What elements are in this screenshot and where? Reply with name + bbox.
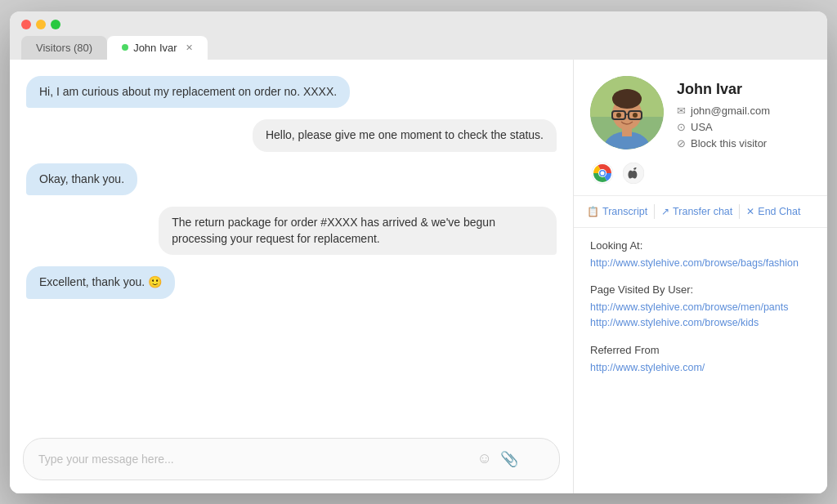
svg-point-11 xyxy=(633,113,638,118)
apple-icon[interactable] xyxy=(621,161,646,185)
looking-at-section: Looking At: http://www.stylehive.com/bro… xyxy=(590,239,811,271)
chat-panel: Hi, I am curious about my replacement on… xyxy=(10,60,574,493)
visitor-email-row: ✉ john@gmail.com xyxy=(677,105,811,117)
svg-point-15 xyxy=(601,171,605,175)
tab-close-icon[interactable]: ✕ xyxy=(186,42,193,53)
message-2: Hello, please give me one moment to chec… xyxy=(253,119,557,152)
browser-icons xyxy=(574,149,827,185)
tab-john-ivar-label: John Ivar xyxy=(133,42,177,54)
looking-at-url[interactable]: http://www.stylehive.com/browse/bags/fas… xyxy=(590,256,811,271)
svg-point-10 xyxy=(616,113,621,118)
close-button[interactable] xyxy=(21,20,31,29)
main-content: Hi, I am curious about my replacement on… xyxy=(10,60,827,493)
end-chat-button[interactable]: ✕ End Chat xyxy=(740,204,807,219)
titlebar: Visitors (80) John Ivar ✕ xyxy=(10,11,827,60)
message-4: The return package for order #XXXX has a… xyxy=(159,207,557,255)
transfer-chat-button[interactable]: ↗ Transfer chat xyxy=(655,204,740,219)
page-visited-url-1[interactable]: http://www.stylehive.com/browse/men/pant… xyxy=(590,300,811,315)
page-visited-label: Page Visited By User: xyxy=(590,283,811,296)
looking-at-label: Looking At: xyxy=(590,239,811,252)
avatar xyxy=(590,76,664,149)
chat-input-placeholder[interactable]: Type your message here... xyxy=(38,453,477,466)
visitor-email: john@gmail.com xyxy=(691,105,770,117)
page-visited-section: Page Visited By User: http://www.stylehi… xyxy=(590,283,811,331)
attach-icon[interactable] xyxy=(500,450,518,468)
emoji-icon[interactable] xyxy=(477,450,492,467)
email-icon: ✉ xyxy=(677,105,686,117)
visitor-location: USA xyxy=(691,121,713,133)
visitor-info: John Ivar ✉ john@gmail.com ⊙ USA ⊘ Block… xyxy=(677,76,811,149)
end-chat-icon: ✕ xyxy=(746,206,754,217)
block-visitor-label[interactable]: Block this visitor xyxy=(691,137,767,149)
chat-messages: Hi, I am curious about my replacement on… xyxy=(10,60,573,430)
tab-bar: Visitors (80) John Ivar ✕ xyxy=(21,36,816,60)
referred-from-section: Referred From http://www.stylehive.com/ xyxy=(590,344,811,376)
maximize-button[interactable] xyxy=(51,20,60,29)
chat-input-area: Type your message here... xyxy=(10,430,573,493)
message-5: Excellent, thank you. 🙂 xyxy=(26,266,175,299)
visitor-location-row: ⊙ USA xyxy=(677,121,811,133)
tab-visitors[interactable]: Visitors (80) xyxy=(21,36,107,60)
svg-point-6 xyxy=(612,89,642,109)
minimize-button[interactable] xyxy=(36,20,46,29)
tab-john-ivar[interactable]: John Ivar ✕ xyxy=(107,36,207,60)
chrome-icon[interactable] xyxy=(590,161,615,185)
block-icon: ⊘ xyxy=(677,137,686,149)
transcript-button[interactable]: 📋 Transcript xyxy=(587,204,655,219)
location-icon: ⊙ xyxy=(677,121,686,133)
traffic-lights xyxy=(21,20,816,29)
visitor-links: Looking At: http://www.stylehive.com/bro… xyxy=(574,228,827,493)
tab-visitors-label: Visitors (80) xyxy=(36,42,92,54)
referred-from-url[interactable]: http://www.stylehive.com/ xyxy=(590,360,811,376)
message-1: Hi, I am curious about my replacement on… xyxy=(26,76,350,109)
chat-input-icons xyxy=(477,450,518,468)
message-3: Okay, thank you. xyxy=(26,163,137,196)
online-dot xyxy=(122,44,128,51)
visitor-name: John Ivar xyxy=(677,81,811,98)
chat-actions: 📋 Transcript ↗ Transfer chat ✕ End Chat xyxy=(574,196,827,228)
transcript-icon: 📋 xyxy=(587,206,599,217)
avatar-svg xyxy=(590,76,664,149)
app-window: Visitors (80) John Ivar ✕ Hi, I am curio… xyxy=(10,11,827,493)
transfer-icon: ↗ xyxy=(661,206,669,217)
right-panel: John Ivar ✉ john@gmail.com ⊙ USA ⊘ Block… xyxy=(574,60,827,493)
referred-from-label: Referred From xyxy=(590,344,811,356)
block-visitor-row[interactable]: ⊘ Block this visitor xyxy=(677,137,811,149)
visitor-profile: John Ivar ✉ john@gmail.com ⊙ USA ⊘ Block… xyxy=(574,60,827,149)
page-visited-url-2[interactable]: http://www.stylehive.com/browse/kids xyxy=(590,315,811,331)
avatar-wrapper xyxy=(590,76,664,149)
chat-input-box: Type your message here... xyxy=(23,438,560,480)
